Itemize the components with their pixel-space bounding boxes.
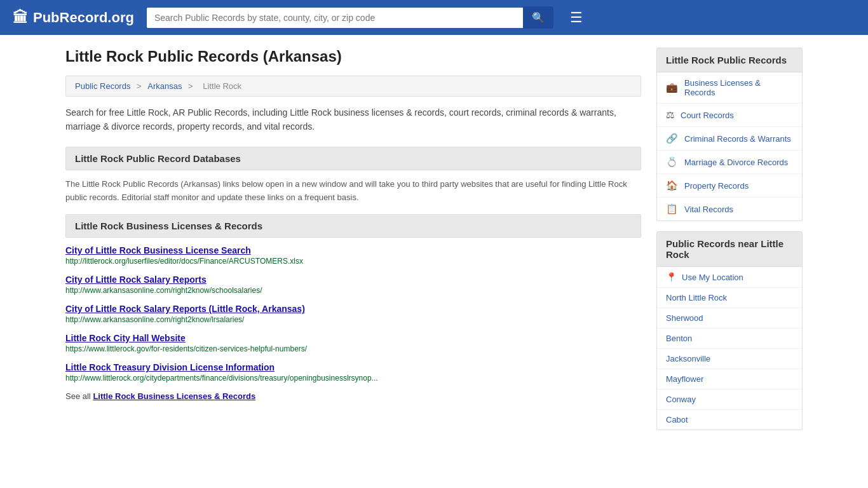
record-item-2: City of Little Rock Salary Reports (Litt…: [65, 304, 641, 324]
sidebar-nearby-benton[interactable]: Benton: [657, 329, 802, 349]
record-link-title-2[interactable]: City of Little Rock Salary Reports (Litt…: [65, 304, 641, 314]
sidebar-item-property-records[interactable]: 🏠 Property Records: [657, 174, 802, 198]
logo-text: PubRecord.org: [33, 10, 134, 26]
hamburger-icon: ☰: [570, 10, 583, 25]
sidebar-label-0: Business Licenses & Records: [684, 78, 793, 97]
logo-icon: 🏛: [13, 9, 28, 27]
record-link-url-4: http://www.littlerock.org/citydepartment…: [65, 374, 641, 383]
sidebar-nearby-jacksonville[interactable]: Jacksonville: [657, 349, 802, 369]
sidebar-item-marriage-records[interactable]: 💍 Marriage & Divorce Records: [657, 151, 802, 174]
search-button[interactable]: 🔍: [523, 6, 553, 29]
sidebar-item-vital-records[interactable]: 📋 Vital Records: [657, 198, 802, 220]
business-section-header: Little Rock Business Licenses & Records: [65, 214, 641, 238]
sidebar-label-5: Vital Records: [684, 205, 733, 214]
record-link-title-3[interactable]: Little Rock City Hall Website: [65, 333, 641, 343]
sidebar-nearby-north-little-rock[interactable]: North Little Rock: [657, 288, 802, 308]
sidebar-label-2: Criminal Records & Warrants: [684, 134, 791, 144]
scales-icon: ⚖: [666, 109, 674, 121]
record-link-title-1[interactable]: City of Little Rock Salary Reports: [65, 274, 641, 285]
breadcrumb: Public Records > Arkansas > Little Rock: [65, 76, 641, 97]
page-title: Little Rock Public Records (Arkansas): [65, 48, 641, 65]
search-bar: 🔍: [147, 6, 553, 29]
record-item-1: City of Little Rock Salary Reports http:…: [65, 274, 641, 295]
sidebar-item-business-licenses[interactable]: 💼 Business Licenses & Records: [657, 72, 802, 104]
record-item-4: Little Rock Treasury Division License In…: [65, 362, 641, 383]
ring-icon: 💍: [666, 156, 678, 168]
briefcase-icon: 💼: [666, 82, 678, 93]
databases-desc: The Little Rock Public Records (Arkansas…: [65, 178, 641, 205]
record-item-3: Little Rock City Hall Website https://ww…: [65, 333, 641, 353]
databases-header: Little Rock Public Record Databases: [65, 147, 641, 170]
sidebar-nearby-cabot[interactable]: Cabot: [657, 410, 802, 430]
location-icon: 📍: [666, 272, 677, 282]
sidebar-label-4: Property Records: [684, 181, 749, 191]
sidebar-label-3: Marriage & Divorce Records: [684, 158, 788, 167]
see-all: See all Little Rock Business Licenses & …: [65, 391, 641, 401]
breadcrumb-little-rock: Little Rock: [203, 81, 241, 91]
record-link-url-2: http://www.arkansasonline.com/right2know…: [65, 315, 641, 324]
link-icon: 🔗: [666, 133, 678, 144]
sidebar-categories-box: Little Rock Public Records 💼 Business Li…: [656, 48, 803, 221]
see-all-link[interactable]: Little Rock Business Licenses & Records: [93, 391, 255, 401]
intro-text: Search for free Little Rock, AR Public R…: [65, 105, 641, 134]
page-container: Little Rock Public Records (Arkansas) Pu…: [53, 35, 815, 453]
record-link-url-3: https://www.littlerock.gov/for-residents…: [65, 344, 641, 353]
site-logo[interactable]: 🏛 PubRecord.org: [13, 9, 134, 27]
breadcrumb-public-records[interactable]: Public Records: [75, 81, 130, 91]
record-link-title-0[interactable]: City of Little Rock Business License Sea…: [65, 245, 641, 255]
record-link-url-1: http://www.arkansasonline.com/right2know…: [65, 286, 641, 295]
sidebar: Little Rock Public Records 💼 Business Li…: [656, 48, 803, 440]
breadcrumb-arkansas[interactable]: Arkansas: [147, 81, 182, 91]
site-header: 🏛 PubRecord.org 🔍 ☰: [0, 0, 868, 35]
sidebar-nearby-sherwood[interactable]: Sherwood: [657, 308, 802, 329]
sidebar-lr-title: Little Rock Public Records: [657, 48, 802, 72]
sidebar-use-my-location[interactable]: 📍 Use My Location: [657, 267, 802, 288]
clipboard-icon: 📋: [666, 203, 678, 215]
sidebar-nearby-title: Public Records near Little Rock: [657, 232, 802, 267]
sidebar-nearby-mayflower[interactable]: Mayflower: [657, 369, 802, 390]
sidebar-nearby-conway[interactable]: Conway: [657, 390, 802, 410]
menu-button[interactable]: ☰: [570, 10, 583, 26]
record-link-url-0: http://littlerock.org/luserfiles/editor/…: [65, 257, 641, 266]
record-item-0: City of Little Rock Business License Sea…: [65, 245, 641, 266]
use-my-location-label: Use My Location: [682, 273, 743, 282]
sidebar-nearby-box: Public Records near Little Rock 📍 Use My…: [656, 231, 803, 430]
breadcrumb-sep-1: >: [137, 81, 144, 91]
sidebar-label-1: Court Records: [681, 111, 734, 120]
search-input[interactable]: [147, 8, 523, 28]
sidebar-item-criminal-records[interactable]: 🔗 Criminal Records & Warrants: [657, 127, 802, 151]
search-icon: 🔍: [532, 12, 545, 23]
breadcrumb-sep-2: >: [188, 81, 195, 91]
house-icon: 🏠: [666, 180, 678, 191]
main-content: Little Rock Public Records (Arkansas) Pu…: [65, 48, 641, 440]
sidebar-item-court-records[interactable]: ⚖ Court Records: [657, 104, 802, 127]
record-link-title-4[interactable]: Little Rock Treasury Division License In…: [65, 362, 641, 372]
